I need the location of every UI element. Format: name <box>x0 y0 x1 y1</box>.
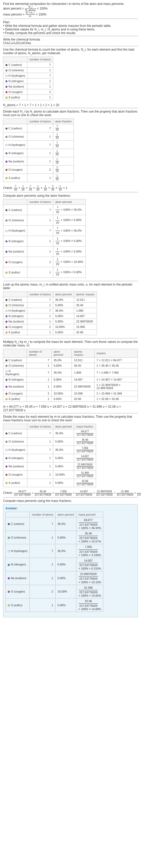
table-row: Na (sodium)1 <box>3 84 53 89</box>
table-row: C (carbon)735.0%12.011 <box>3 297 97 302</box>
count-atoms-table: number of atoms C (carbon)7Cl (chlorine)… <box>3 57 53 100</box>
table-row: S (sulfur)1120 <box>3 174 74 182</box>
atom-frac-table: number of atomsatom fraction C (carbon)7… <box>3 119 74 182</box>
element-color-dot <box>5 80 7 82</box>
table-row: O (oxygen)210.00%31.998227.63776928 <box>3 470 96 479</box>
table-row: S (sulfur)15.00%32.061 × 32.06 = 32.06 <box>3 396 138 401</box>
element-color-dot <box>8 550 10 552</box>
table-row: N (nitrogen)15.00%14.0071 × 14.007 = 14.… <box>3 377 138 382</box>
element-color-dot <box>5 91 7 93</box>
element-color-dot <box>5 128 7 130</box>
count-atoms-heading: Use the chemical formula to count the nu… <box>3 48 138 55</box>
natoms-equation: N_atoms = 7 + 1 + 7 + 1 + 1 + 2 + 1 = 20 <box>3 103 138 107</box>
element-color-dot <box>5 144 7 146</box>
element-color-dot <box>5 457 7 459</box>
table-row: H (hydrogen)7720 <box>3 141 74 149</box>
element-color-dot <box>5 365 7 367</box>
table-row: C (carbon)735.0%12.0117 × 12.011 = 84.07… <box>3 357 138 363</box>
element-color-dot <box>5 75 7 77</box>
element-color-dot <box>5 482 7 484</box>
table-row: H (hydrogen)735.0%7.056227.63776928 <box>3 445 96 454</box>
plan-b2: • Determine values for N_i, m_i, N_atoms… <box>3 28 138 31</box>
element-color-dot <box>5 299 7 301</box>
table-row: S (sulfur)1 <box>3 95 53 100</box>
divider <box>3 108 138 108</box>
table-row: H (hydrogen)735.0%1.0087 × 1.008 = 7.056 <box>3 368 138 377</box>
element-color-dot <box>8 537 10 539</box>
table-row: N (nitrogen)15.00%14.007227.63776928× 10… <box>6 558 103 571</box>
element-color-dot <box>5 209 7 211</box>
mass-percent-heading: Compute mass percents using the mass fra… <box>3 499 138 503</box>
table-row: N (nitrogen)15.00%14.007227.63776928 <box>3 454 96 462</box>
table-row: O (oxygen)210.00%31.998227.63776928× 100… <box>6 585 103 598</box>
atomic-mass-table: number of atomsatom percentatomic mass/u… <box>3 291 97 335</box>
table-row: Na (sodium)1120 <box>3 157 74 165</box>
molecular-mass-heading: Multiply N_i by m_i to compute the mass … <box>3 340 138 347</box>
element-color-dot <box>5 136 7 138</box>
table-row: Cl (chlorine)15.00%35.45227.63776928× 10… <box>6 531 103 544</box>
element-color-dot <box>5 177 7 179</box>
table-row: N (nitrogen)1120 × 100% = 5.00% <box>3 236 86 246</box>
table-row: O (oxygen)2 <box>3 89 53 95</box>
element-color-dot <box>5 64 7 66</box>
atom-frac-check: Check: 720 + 120 + 720 + 120 + 120 + 220… <box>3 185 138 191</box>
chemical-formula: CH₃C₆H₄SO₂NClNa <box>3 41 138 45</box>
element-color-dot <box>8 564 10 566</box>
element-color-dot <box>5 386 7 388</box>
element-color-dot <box>8 604 10 607</box>
divider <box>3 19 138 19</box>
element-color-dot <box>5 169 7 171</box>
element-color-dot <box>5 86 7 88</box>
element-color-dot <box>5 474 7 476</box>
divider <box>3 413 138 413</box>
element-color-dot <box>5 310 7 312</box>
table-row: H (hydrogen)7 <box>3 73 53 79</box>
table-row: O (oxygen)210.00%15.9992 × 15.999 = 31.9… <box>3 391 138 396</box>
element-color-dot <box>5 315 7 317</box>
atomic-mass-heading: Look up the atomic mass, m_i, in unified… <box>3 283 138 290</box>
element-color-dot <box>5 161 7 163</box>
divider <box>3 338 138 339</box>
table-row: Cl (chlorine)1 <box>3 68 53 73</box>
molecular-mass-table: number of atomsatom percentatomic mass/u… <box>3 349 138 402</box>
table-row: Cl (chlorine)15.00%35.45227.63776928 <box>3 437 96 445</box>
element-color-dot <box>5 449 7 451</box>
mass-frac-table: number of atomsatom percentmass fraction… <box>3 424 96 487</box>
mass-frac-check: Check: 84.077227.63776928 + 35.45227.637… <box>3 490 138 496</box>
table-row: Na (sodium)15.00%22.98976928227.63776928 <box>3 462 96 470</box>
element-color-dot <box>5 432 7 435</box>
atom-percent-formula: atom percent = N_iN_atoms × 100% <box>3 6 138 11</box>
element-color-dot <box>5 272 7 274</box>
table-row: S (sulfur)15.00%32.06227.63776928 <box>3 479 96 487</box>
mass-frac-heading: Divide the mass for each element by m to… <box>3 415 138 422</box>
answer-box: Answer: number of atomsatom percentmass … <box>3 504 138 618</box>
element-color-dot <box>5 219 7 221</box>
table-row: O (oxygen)210.00%15.999 <box>3 324 97 330</box>
table-row: S (sulfur)15.00%32.06227.63776928× 100% … <box>6 598 103 612</box>
element-color-dot <box>5 230 7 232</box>
table-row: H (hydrogen)735.0%7.056227.63776928× 100… <box>6 544 103 558</box>
table-row: H (hydrogen)735.0%1.008 <box>3 308 97 313</box>
table-row: N (nitrogen)1120 <box>3 149 74 157</box>
element-color-dot <box>5 69 7 71</box>
mass-percent-formula: mass percent = N_i m_im × 100% <box>3 11 138 18</box>
element-color-dot <box>5 332 7 334</box>
write-formula-heading: Write the chemical formula: <box>3 38 138 41</box>
element-color-dot <box>5 97 7 99</box>
table-row: S (sulfur)15.00%32.06 <box>3 330 97 335</box>
table-row: Na (sodium)1120 × 100% = 5.00% <box>3 246 86 257</box>
element-color-dot <box>5 370 7 372</box>
table-row: H (hydrogen)7720 × 100% = 35.0% <box>3 225 86 236</box>
element-color-dot <box>5 304 7 306</box>
page-content: Find the elemental composition for chlor… <box>0 0 141 619</box>
atom-percent-heading: Compute atom percents using the atom fra… <box>3 194 138 197</box>
atom-percent-table: number of atomsatom percent C (carbon)77… <box>3 199 86 278</box>
table-row: S (sulfur)1120 × 100% = 5.00% <box>3 267 86 278</box>
element-color-dot <box>5 360 7 362</box>
table-row: C (carbon)7720 × 100% = 35.0% <box>3 205 86 215</box>
element-color-dot <box>5 326 7 328</box>
plan-heading: Plan: <box>3 21 138 24</box>
element-color-dot <box>5 393 7 395</box>
answer-label: Answer: <box>5 506 136 510</box>
element-color-dot <box>5 251 7 253</box>
